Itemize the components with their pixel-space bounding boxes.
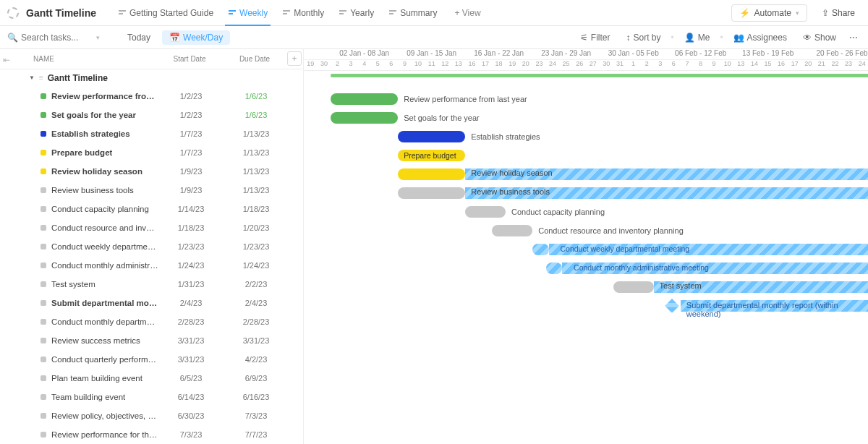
due-date[interactable]: 2/28/23 bbox=[224, 317, 289, 326]
task-row[interactable]: Conduct capacity planning1/14/231/18/23 bbox=[0, 200, 303, 218]
due-date[interactable]: 2/2/23 bbox=[224, 280, 289, 289]
gantt-bar[interactable]: Set goals for the year bbox=[331, 112, 398, 124]
task-row[interactable]: Review performance for the last 6 ...7/3… bbox=[0, 425, 303, 444]
start-date[interactable]: 1/24/23 bbox=[158, 261, 224, 270]
tab-summary[interactable]: Summary bbox=[381, 0, 444, 26]
gantt-bar[interactable] bbox=[398, 187, 465, 199]
start-date[interactable]: 1/2/23 bbox=[158, 111, 224, 119]
task-row[interactable]: Conduct monthly departmental m...2/28/23… bbox=[0, 312, 303, 331]
gantt-panel[interactable]: 02 Jan - 08 Jan09 Jan - 15 Jan16 Jan - 2… bbox=[304, 49, 868, 444]
show-button[interactable]: 👁Show bbox=[797, 33, 842, 43]
gantt-bar[interactable]: Establish strategies bbox=[398, 131, 465, 142]
task-row[interactable]: Set goals for the year1/2/231/6/23 bbox=[0, 106, 303, 124]
task-row[interactable]: Conduct weekly departmental me...1/23/23… bbox=[0, 237, 303, 256]
week-day-toggle[interactable]: 📅 Week/Day bbox=[162, 30, 230, 45]
due-date[interactable]: 1/13/23 bbox=[224, 148, 289, 157]
gantt-bar[interactable] bbox=[532, 244, 548, 255]
filter-button[interactable]: ⚟Filter bbox=[574, 33, 616, 43]
gantt-bar[interactable] bbox=[398, 168, 465, 180]
due-date[interactable]: 1/13/23 bbox=[224, 186, 289, 195]
day-header: 3 bbox=[653, 60, 667, 70]
task-row[interactable]: Test system1/31/232/2/23 bbox=[0, 275, 303, 294]
due-date[interactable]: 1/6/23 bbox=[224, 111, 289, 119]
due-date[interactable]: 1/24/23 bbox=[224, 261, 289, 270]
column-start-date[interactable]: Start Date bbox=[157, 55, 222, 63]
task-row[interactable]: Team building event6/14/236/16/23 bbox=[0, 388, 303, 406]
task-row[interactable]: Review holiday season1/9/231/13/23 bbox=[0, 162, 303, 181]
gantt-bar[interactable]: Prepare budget bbox=[398, 150, 465, 161]
search-input[interactable] bbox=[21, 33, 93, 43]
day-header: 21 bbox=[815, 60, 829, 70]
start-date[interactable]: 2/4/23 bbox=[158, 299, 224, 307]
status-dot bbox=[41, 131, 46, 137]
start-date[interactable]: 1/18/23 bbox=[158, 223, 224, 232]
due-date[interactable]: 1/20/23 bbox=[224, 223, 289, 232]
due-date[interactable]: 3/31/23 bbox=[224, 336, 289, 345]
due-date[interactable]: 4/2/23 bbox=[224, 355, 289, 364]
add-view-button[interactable]: + View bbox=[447, 8, 488, 18]
share-button[interactable]: ⇪ Share bbox=[816, 5, 861, 21]
start-date[interactable]: 1/2/23 bbox=[158, 92, 224, 101]
gantt-bar[interactable] bbox=[613, 281, 654, 293]
milestone-diamond[interactable] bbox=[665, 299, 679, 313]
caret-down-icon[interactable]: ▼ bbox=[29, 74, 35, 81]
task-row[interactable]: Review policy, objectives, and busi...6/… bbox=[0, 406, 303, 425]
automate-button[interactable]: ⚡ Automate ▾ bbox=[731, 4, 807, 22]
start-date[interactable]: 7/3/23 bbox=[158, 430, 224, 439]
add-column-button[interactable]: + bbox=[287, 51, 302, 66]
chevron-down-icon[interactable]: ▾ bbox=[96, 34, 100, 41]
due-date[interactable]: 1/23/23 bbox=[224, 242, 289, 251]
summary-bar[interactable] bbox=[331, 74, 868, 77]
start-date[interactable]: 3/31/23 bbox=[158, 355, 224, 364]
start-date[interactable]: 1/31/23 bbox=[158, 280, 224, 289]
due-date[interactable]: 1/18/23 bbox=[224, 205, 289, 213]
start-date[interactable]: 1/23/23 bbox=[158, 242, 224, 251]
task-name-cell: Plan team building event bbox=[0, 374, 158, 383]
task-row[interactable]: Review success metrics3/31/233/31/23 bbox=[0, 331, 303, 350]
task-row[interactable]: Conduct quarterly performance m...3/31/2… bbox=[0, 350, 303, 369]
start-date[interactable]: 6/5/23 bbox=[158, 374, 224, 383]
task-row[interactable]: Conduct resource and inventory pl...1/18… bbox=[0, 218, 303, 237]
start-date[interactable]: 1/7/23 bbox=[158, 148, 224, 157]
task-row[interactable]: Prepare budget1/7/231/13/23 bbox=[0, 143, 303, 162]
today-button[interactable]: Today bbox=[120, 30, 158, 45]
start-date[interactable]: 1/7/23 bbox=[158, 129, 224, 138]
task-row[interactable]: Submit departmental monthly re...2/4/232… bbox=[0, 294, 303, 312]
due-date[interactable]: 1/13/23 bbox=[224, 167, 289, 176]
gantt-bar[interactable]: Conduct capacity planning bbox=[465, 206, 506, 218]
task-row[interactable]: Establish strategies1/7/231/13/23 bbox=[0, 124, 303, 143]
more-menu[interactable]: ⋯ bbox=[846, 33, 861, 43]
group-row[interactable]: ▼ ≡ Gantt Timeline bbox=[0, 69, 303, 87]
due-date[interactable]: 1/6/23 bbox=[224, 92, 289, 101]
tab-monthly[interactable]: Monthly bbox=[275, 0, 331, 26]
task-row[interactable]: Plan team building event6/5/236/9/23 bbox=[0, 369, 303, 388]
due-date[interactable]: 7/7/23 bbox=[224, 430, 289, 439]
due-date[interactable]: 2/4/23 bbox=[224, 299, 289, 307]
task-row[interactable]: Conduct monthly administrative m...1/24/… bbox=[0, 256, 303, 275]
me-button[interactable]: 👤Me bbox=[678, 33, 716, 43]
start-date[interactable]: 6/14/23 bbox=[158, 393, 224, 401]
due-date[interactable]: 6/9/23 bbox=[224, 374, 289, 383]
start-date[interactable]: 3/31/23 bbox=[158, 336, 224, 345]
column-name[interactable]: NAME bbox=[0, 55, 157, 63]
column-due-date[interactable]: Due Date bbox=[222, 55, 287, 63]
task-row[interactable]: Review performance from last year1/2/231… bbox=[0, 87, 303, 106]
gantt-bar[interactable]: Review performance from last year bbox=[331, 93, 398, 105]
start-date[interactable]: 1/9/23 bbox=[158, 186, 224, 195]
start-date[interactable]: 1/9/23 bbox=[158, 167, 224, 176]
sort-button[interactable]: ↕Sort by bbox=[621, 33, 667, 43]
due-date[interactable]: 1/13/23 bbox=[224, 129, 289, 138]
task-row[interactable]: Review business tools1/9/231/13/23 bbox=[0, 181, 303, 200]
start-date[interactable]: 2/28/23 bbox=[158, 317, 224, 326]
assignees-button[interactable]: 👥Assignees bbox=[728, 33, 793, 43]
gantt-bar[interactable]: Conduct resource and inventory planning bbox=[492, 225, 532, 236]
tab-yearly[interactable]: Yearly bbox=[331, 0, 381, 26]
tab-getting-started-guide[interactable]: Getting Started Guide bbox=[111, 0, 221, 26]
task-name-cell: Prepare budget bbox=[0, 148, 158, 157]
start-date[interactable]: 6/30/23 bbox=[158, 411, 224, 420]
gantt-bar[interactable] bbox=[546, 262, 562, 274]
tab-weekly[interactable]: Weekly bbox=[221, 0, 275, 26]
due-date[interactable]: 7/3/23 bbox=[224, 411, 289, 420]
start-date[interactable]: 1/14/23 bbox=[158, 205, 224, 213]
due-date[interactable]: 6/16/23 bbox=[224, 393, 289, 401]
